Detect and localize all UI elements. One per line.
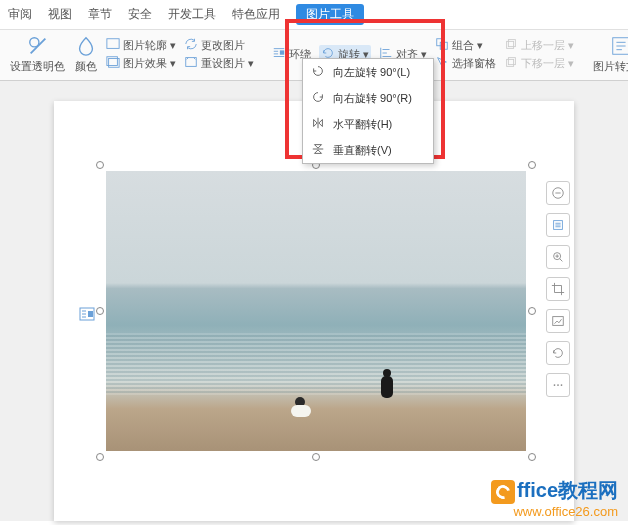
image-sidebar — [546, 181, 570, 397]
image-figure — [291, 397, 313, 417]
rotate-left-item[interactable]: 向左旋转 90°(L) — [303, 59, 433, 85]
flip-vertical-item[interactable]: 垂直翻转(V) — [303, 137, 433, 163]
resize-handle[interactable] — [528, 161, 536, 169]
resize-handle[interactable] — [312, 453, 320, 461]
svg-rect-15 — [88, 311, 93, 317]
move-down-button: 下移一层 ▾ — [504, 55, 574, 71]
rotate-right-item[interactable]: 向右旋转 90°(R) — [303, 85, 433, 111]
chevron-down-icon: ▾ — [170, 39, 176, 52]
transparency-button[interactable]: 设置透明色 — [6, 35, 69, 74]
outline-icon — [106, 37, 120, 53]
chevron-down-icon: ▾ — [170, 57, 176, 70]
move-up-label: 上移一层 — [521, 38, 565, 53]
color-label: 颜色 — [75, 59, 97, 74]
svg-rect-1 — [107, 39, 119, 49]
change-icon — [184, 37, 198, 53]
fill-button[interactable] — [546, 213, 570, 237]
watermark-title: ffice教程网 — [491, 477, 618, 504]
svg-rect-19 — [553, 317, 564, 326]
image-figure — [379, 369, 395, 401]
tab-picture-tools[interactable]: 图片工具 — [296, 4, 364, 25]
document-page — [54, 101, 574, 521]
down-icon — [504, 55, 518, 71]
watermark-title-text: ffice教程网 — [517, 479, 618, 501]
outline-label: 图片轮廓 — [123, 38, 167, 53]
resize-handle[interactable] — [96, 161, 104, 169]
collapse-button[interactable] — [546, 181, 570, 205]
group-button[interactable]: 组合 ▾ — [435, 37, 496, 53]
flip-v-icon — [311, 142, 325, 158]
pic-to-text-button[interactable]: 图片转文字 — [589, 35, 628, 74]
move-down-label: 下移一层 — [521, 56, 565, 71]
change-label: 更改图片 — [201, 38, 245, 53]
group-label: 组合 — [452, 38, 474, 53]
rotate-right-icon — [311, 90, 325, 106]
resize-handle[interactable] — [96, 453, 104, 461]
flip-v-label: 垂直翻转(V) — [333, 143, 392, 158]
svg-point-20 — [554, 384, 556, 386]
change-picture-button[interactable]: 更改图片 — [184, 37, 254, 53]
effect-label: 图片效果 — [123, 56, 167, 71]
tab-review[interactable]: 审阅 — [8, 6, 32, 23]
reset-label: 重设图片 — [201, 56, 245, 71]
rotate-right-label: 向右旋转 90°(R) — [333, 91, 412, 106]
color-button[interactable]: 颜色 — [71, 35, 101, 74]
flip-h-icon — [311, 116, 325, 132]
select-icon — [435, 55, 449, 71]
resize-handle[interactable] — [528, 453, 536, 461]
tab-devtools[interactable]: 开发工具 — [168, 6, 216, 23]
crop-button[interactable] — [546, 277, 570, 301]
effect-button[interactable]: 图片效果 ▾ — [106, 55, 176, 71]
up-icon — [504, 37, 518, 53]
reset-picture-button[interactable]: 重设图片 ▾ — [184, 55, 254, 71]
rotate-left-icon — [311, 64, 325, 80]
svg-rect-9 — [508, 40, 515, 47]
tab-chapter[interactable]: 章节 — [88, 6, 112, 23]
svg-point-21 — [557, 384, 559, 386]
pic-to-text-label: 图片转文字 — [593, 59, 628, 74]
resize-handle[interactable] — [528, 307, 536, 315]
svg-point-0 — [29, 37, 38, 46]
zoom-button[interactable] — [546, 245, 570, 269]
outline-button[interactable]: 图片轮廓 ▾ — [106, 37, 176, 53]
logo-icon — [491, 480, 515, 504]
transparency-label: 设置透明色 — [10, 59, 65, 74]
color-icon — [75, 35, 97, 57]
menu-bar: 审阅 视图 章节 安全 开发工具 特色应用 图片工具 — [0, 0, 628, 30]
pic-to-text-icon — [610, 35, 629, 57]
more-button[interactable] — [546, 373, 570, 397]
tab-special[interactable]: 特色应用 — [232, 6, 280, 23]
rotate-left-label: 向左旋转 90°(L) — [333, 65, 410, 80]
select-pane-button[interactable]: 选择窗格 — [435, 55, 496, 71]
tab-security[interactable]: 安全 — [128, 6, 152, 23]
selected-image[interactable] — [106, 171, 526, 451]
svg-rect-10 — [508, 58, 515, 65]
svg-rect-5 — [280, 50, 284, 54]
select-pane-label: 选择窗格 — [452, 56, 496, 71]
svg-point-22 — [561, 384, 563, 386]
chevron-down-icon: ▾ — [477, 39, 483, 52]
resize-handle[interactable] — [96, 307, 104, 315]
svg-rect-11 — [507, 59, 514, 66]
transparency-icon — [27, 35, 49, 57]
flip-horizontal-item[interactable]: 水平翻转(H) — [303, 111, 433, 137]
svg-rect-8 — [507, 41, 514, 48]
group-icon — [435, 37, 449, 53]
image-waves — [106, 333, 526, 395]
reset-icon — [184, 55, 198, 71]
image-content — [106, 171, 526, 451]
rotate-side-button[interactable] — [546, 341, 570, 365]
chevron-down-icon: ▾ — [568, 57, 574, 70]
rotate-dropdown: 向左旋转 90°(L) 向右旋转 90°(R) 水平翻转(H) 垂直翻转(V) — [302, 58, 434, 164]
watermark: ffice教程网 www.office26.com — [491, 477, 618, 519]
layout-options-icon[interactable] — [79, 306, 95, 322]
chevron-down-icon: ▾ — [568, 39, 574, 52]
wrap-icon — [272, 46, 286, 62]
watermark-url: www.office26.com — [491, 504, 618, 519]
chevron-down-icon: ▾ — [248, 57, 254, 70]
replace-button[interactable] — [546, 309, 570, 333]
effect-icon — [106, 55, 120, 71]
tab-view[interactable]: 视图 — [48, 6, 72, 23]
move-up-button: 上移一层 ▾ — [504, 37, 574, 53]
flip-h-label: 水平翻转(H) — [333, 117, 392, 132]
